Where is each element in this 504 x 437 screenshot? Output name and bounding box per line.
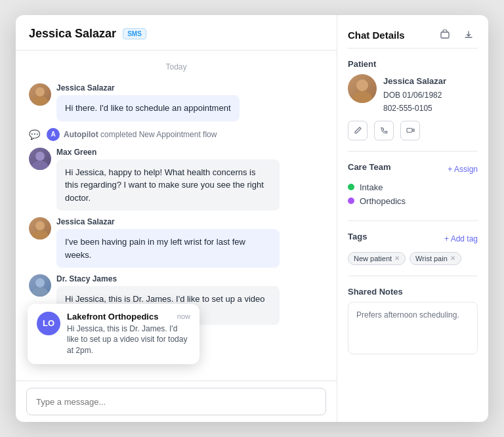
tag-new-patient: New patient ✕ — [348, 252, 406, 265]
avatar-image — [29, 274, 51, 297]
chat-header: Jessica Salazar SMS — [16, 15, 337, 51]
svg-point-9 — [356, 79, 368, 91]
autopilot-icon: A — [47, 128, 60, 141]
notif-time: now — [177, 312, 190, 320]
tag-wrist-pain: Wrist pain ✕ — [410, 252, 461, 265]
avatar — [29, 148, 51, 170]
care-team-title: Care Team — [348, 162, 391, 172]
avatar — [29, 83, 51, 106]
edit-patient-button[interactable] — [348, 121, 368, 140]
speech-icon: 💬 — [29, 129, 40, 140]
message-bubble-wrap: Jessica Salazar Hi there. I'd like to sc… — [56, 83, 240, 121]
notification-popup[interactable]: LO Lakefront Orthopedics now Hi Jessica,… — [28, 304, 200, 364]
chat-patient-name: Jessica Salazar — [29, 27, 116, 41]
tags-list: New patient ✕ Wrist pain ✕ — [348, 252, 478, 265]
avatar — [29, 217, 51, 239]
care-team-intake: Intake — [360, 182, 383, 192]
sms-badge: SMS — [123, 28, 146, 39]
message-row: Jessica Salazar Hi there. I'd like to sc… — [29, 83, 324, 121]
notif-content: Lakefront Orthopedics now Hi Jessica, th… — [67, 312, 190, 356]
patient-avatar-image — [348, 74, 377, 103]
app-window: Jessica Salazar SMS Today Jessica Salaza… — [16, 15, 488, 422]
patient-details: Jessica Salazar DOB 01/06/1982 802-555-0… — [383, 74, 446, 115]
svg-rect-8 — [441, 32, 449, 38]
message-sender: Dr. Stacy James — [56, 274, 280, 283]
phone-icon — [380, 126, 388, 135]
autopilot-row-outer: 💬 A Autopilot completed New Appointment … — [29, 128, 324, 141]
message-sender: Max Green — [56, 148, 280, 157]
svg-rect-11 — [407, 129, 412, 133]
avatar-image — [29, 148, 51, 170]
patient-info: Jessica Salazar DOB 01/06/1982 802-555-0… — [348, 74, 478, 115]
video-icon — [406, 126, 415, 135]
care-team-orthopedics: Orthopedics — [360, 196, 406, 206]
care-team-header: Care Team + Assign — [348, 162, 478, 177]
share-button[interactable] — [436, 26, 454, 44]
notes-title: Shared Notes — [348, 287, 478, 297]
download-icon — [463, 30, 474, 40]
message-row: Jessica Salazar I've been having pain in… — [29, 217, 324, 268]
chat-input[interactable] — [26, 388, 326, 415]
message-sender: Jessica Salazar — [56, 217, 280, 226]
notes-content[interactable]: Prefers afternoon scheduling. — [348, 302, 478, 354]
section-divider — [348, 151, 478, 152]
patient-actions — [348, 121, 478, 140]
tag-close-icon[interactable]: ✕ — [450, 255, 455, 262]
share-icon — [440, 30, 450, 40]
svg-point-5 — [32, 230, 48, 239]
intake-dot — [348, 184, 354, 190]
patient-avatar — [348, 74, 377, 103]
notif-header: Lakefront Orthopedics now — [67, 312, 190, 322]
notif-text: Hi Jessica, this is Dr. James. I'd like … — [67, 323, 190, 356]
edit-icon — [354, 126, 362, 135]
patient-section: Patient Jessica Salazar DOB 01/06/1982 8… — [348, 59, 478, 140]
panel-icons — [436, 26, 478, 44]
video-patient-button[interactable] — [400, 121, 420, 140]
svg-point-2 — [35, 152, 45, 161]
notes-section: Shared Notes Prefers afternoon schedulin… — [348, 287, 478, 354]
message-bubble-wrap: Jessica Salazar I've been having pain in… — [56, 217, 280, 268]
care-team-section: Care Team + Assign Intake Orthopedics — [348, 162, 478, 210]
section-divider — [348, 276, 478, 276]
svg-point-7 — [32, 287, 48, 297]
panel-title: Chat Details — [348, 30, 405, 41]
tag-label: New patient — [354, 255, 392, 262]
svg-point-3 — [32, 161, 48, 170]
section-divider — [348, 220, 478, 221]
message-row: Max Green Hi Jessica, happy to help! Wha… — [29, 148, 324, 211]
patient-dob: DOB 01/06/1982 — [383, 89, 446, 102]
patient-phone: 802-555-0105 — [383, 102, 446, 115]
svg-point-6 — [35, 278, 45, 287]
avatar — [29, 274, 51, 297]
autopilot-row: A Autopilot completed New Appointment fl… — [44, 128, 219, 141]
panel-header: Chat Details — [348, 26, 478, 49]
care-team-item: Intake — [348, 182, 478, 192]
tags-title: Tags — [348, 232, 367, 241]
svg-point-10 — [352, 91, 372, 103]
message-bubble-wrap: Max Green Hi Jessica, happy to help! Wha… — [56, 148, 280, 211]
details-panel: Chat Details Patient — [337, 15, 488, 422]
message-bubble: Hi Jessica, happy to help! What health c… — [56, 159, 280, 211]
avatar-image — [29, 83, 51, 106]
download-button[interactable] — [459, 26, 478, 44]
notif-initials: LO — [43, 318, 54, 328]
tag-label: Wrist pain — [415, 255, 448, 262]
autopilot-text: Autopilot completed New Appointment flow — [64, 130, 217, 139]
date-divider: Today — [29, 62, 324, 72]
tag-close-icon[interactable]: ✕ — [394, 255, 400, 262]
notif-org-name: Lakefront Orthopedics — [67, 312, 158, 322]
svg-point-1 — [32, 96, 48, 106]
message-bubble: I've been having pain in my left wrist f… — [56, 229, 280, 268]
add-tag-button[interactable]: + Add tag — [444, 234, 478, 243]
call-patient-button[interactable] — [374, 121, 394, 140]
avatar-image — [29, 217, 51, 239]
message-bubble: Hi there. I'd like to schedule an appoin… — [56, 95, 240, 121]
patient-name: Jessica Salazar — [383, 74, 446, 89]
notif-avatar: LO — [37, 312, 60, 335]
care-team-item: Orthopedics — [348, 196, 478, 206]
chat-input-bar — [16, 381, 337, 422]
assign-button[interactable]: + Assign — [448, 165, 478, 174]
tags-section: Tags + Add tag New patient ✕ Wrist pain … — [348, 232, 478, 265]
orthopedics-dot — [348, 198, 354, 204]
svg-point-4 — [35, 221, 45, 230]
